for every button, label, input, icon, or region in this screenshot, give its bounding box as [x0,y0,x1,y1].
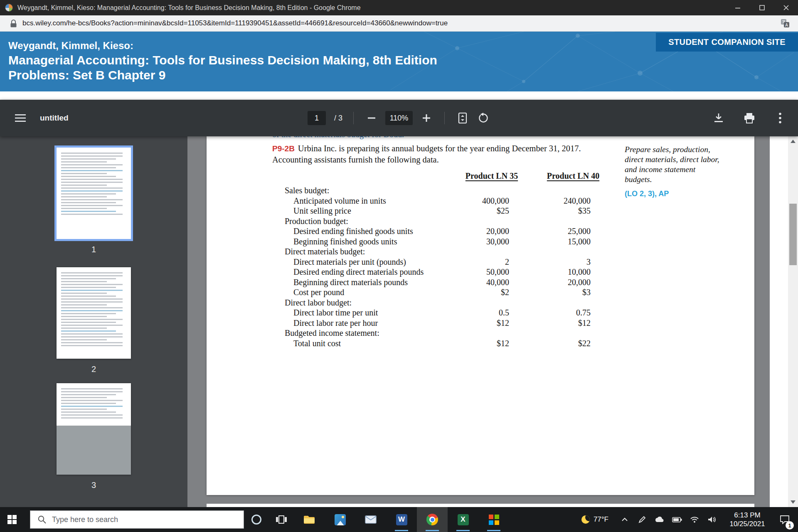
excel-app-button[interactable]: X [448,507,478,532]
photos-app-button[interactable] [325,507,355,532]
screen: Weygandt, Kimmel, Kieso: Managerial Acco… [0,0,798,532]
problem-id: P9-2B [272,144,295,153]
thumbnail-page-1[interactable] [57,148,131,239]
banner-section-title: Problems: Set B Chapter 9 [8,68,165,82]
scroll-down-icon [791,500,796,504]
scroll-up-button[interactable] [788,136,798,146]
table-row: Direct labor budget: [285,298,606,308]
row-label: Sales budget: [285,185,458,196]
row-label: Beginning direct materials pounds [285,277,458,288]
row-value-col2 [540,185,606,196]
search-input[interactable] [52,515,244,524]
row-label: Direct labor budget: [285,298,458,308]
thumbnail-sidebar: 1 2 3 [0,136,187,507]
volume-button[interactable] [703,507,721,532]
pdf-toolbar: untitled 1 / 3 110% [0,100,798,136]
action-center-button[interactable]: 1 [774,507,796,532]
close-button[interactable] [774,0,798,15]
onedrive-button[interactable] [651,507,668,532]
cortana-icon [251,515,261,525]
temperature-label[interactable]: 77°F [594,515,608,524]
network-button[interactable] [686,507,703,532]
next-page-sliver [207,504,754,507]
row-value-col1 [458,246,525,257]
problem-statement: P9-2BUrbina Inc. is preparing its annual… [272,143,634,165]
thumbnail-page-3[interactable] [57,383,131,475]
page-right-margin [770,136,788,507]
row-label: Production budget: [285,216,458,227]
table-row: Sales budget: [285,185,606,196]
taskbar-search[interactable] [30,510,244,529]
margin-note: Prepare sales, production, direct materi… [625,145,724,199]
site-header-banner: Weygandt, Kimmel, Kieso: Managerial Acco… [0,32,798,91]
hidden-icons-button[interactable] [616,507,633,532]
table-row: Beginning direct materials pounds40,0002… [285,277,606,288]
rotate-button[interactable] [476,111,490,125]
office-app-button[interactable] [478,507,509,532]
cortana-button[interactable] [244,507,269,532]
row-label: Desired ending finished goods units [285,226,458,236]
learning-objective: (LO 2, 3), AP [625,189,724,199]
student-companion-site-link[interactable]: STUDENT COMPANION SITE [656,33,798,52]
file-explorer-button[interactable] [294,507,325,532]
clock[interactable]: 6:13 PM 10/25/2021 [726,511,769,528]
close-icon [783,5,789,10]
minus-icon [368,117,375,119]
scrollbar-thumb[interactable] [789,204,797,265]
maximize-button[interactable] [750,0,774,15]
scroll-down-button[interactable] [788,497,798,507]
time-label: 6:13 PM [726,511,769,520]
lock-icon[interactable] [10,19,17,28]
vertical-scrollbar[interactable] [788,136,798,507]
row-value-col1: $25 [458,206,525,216]
row-value-col1: 40,000 [458,277,525,288]
row-value-col1: $12 [458,318,525,328]
zoom-out-button[interactable] [365,111,379,125]
row-label: Beginning finished goods units [285,236,458,247]
toolbar-divider [353,112,354,124]
thumbnail-page-preview [61,272,126,354]
windows-ink-button[interactable] [633,507,651,532]
photos-icon [335,514,346,525]
budget-data-table: Product LN 35 Product LN 40 Sales budget… [285,171,606,348]
zoom-level-value: 110% [385,111,413,125]
row-value-col1: 30,000 [458,236,525,247]
mail-app-button[interactable] [355,507,386,532]
row-value-col2: 20,000 [540,277,606,288]
address-bar[interactable]: bcs.wiley.com/he-bcs/Books?action=minina… [0,15,798,32]
row-label: Budgeted income statement: [285,328,458,338]
row-value-col2: 10,000 [540,267,606,277]
thumbnail-page-2[interactable] [57,267,131,359]
more-options-button[interactable] [773,111,787,125]
pdf-page: of the direct materials budget for Dodd.… [207,136,754,495]
word-icon: W [396,514,407,525]
row-value-col1 [458,328,525,338]
word-app-button[interactable]: W [386,507,417,532]
download-button[interactable] [712,111,726,125]
microsoft-grid-icon [489,515,499,525]
chrome-app-button[interactable] [417,507,448,532]
battery-button[interactable] [668,507,686,532]
minimize-button[interactable] [726,0,750,15]
menu-button[interactable] [13,111,27,125]
start-button[interactable] [0,507,24,532]
task-view-button[interactable] [269,507,294,532]
row-value-col1: 50,000 [458,267,525,277]
row-value-col2: $12 [540,318,606,328]
url-text[interactable]: bcs.wiley.com/he-bcs/Books?action=minina… [22,19,448,27]
page-number-input[interactable]: 1 [308,111,326,125]
pen-icon [638,515,646,524]
row-value-col2: 25,000 [540,226,606,236]
fit-to-page-button[interactable] [456,111,470,125]
print-button[interactable] [742,111,756,125]
system-tray: 77°F [581,507,796,532]
table-row: Cost per pound$2$3 [285,287,606,298]
zoom-in-button[interactable] [419,111,433,125]
table-row: Direct materials per unit (pounds)23 [285,257,606,267]
clear-night-weather-icon[interactable] [581,515,590,524]
row-value-col2 [540,246,606,257]
thumbnail-blank-region [57,426,131,475]
row-label: Unit selling price [285,206,458,216]
thumbnail-label-2: 2 [0,365,187,374]
translate-icon[interactable]: A [781,19,790,28]
